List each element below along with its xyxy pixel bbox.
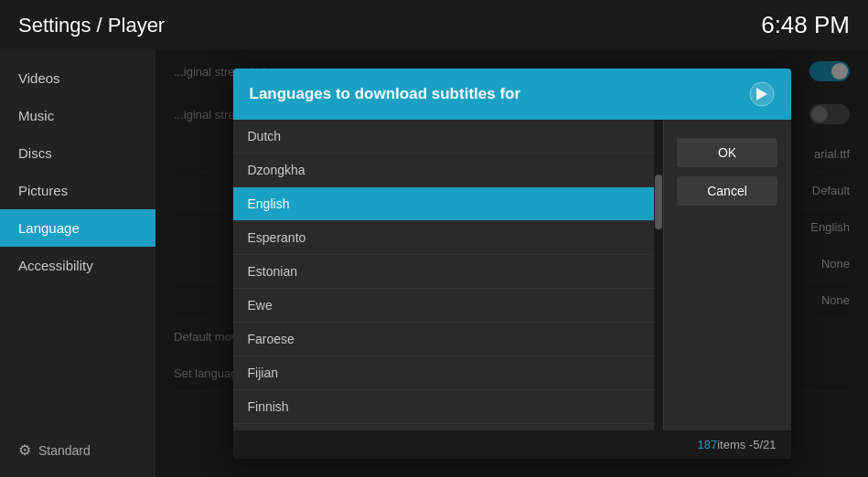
sidebar-item-discs[interactable]: Discs	[0, 134, 155, 172]
dialog-footer: 187 items - 5/21	[233, 430, 791, 459]
clock: 6:48 PM	[761, 11, 850, 39]
list-item-dutch[interactable]: Dutch	[233, 120, 654, 154]
list-item-finnish[interactable]: Finnish	[233, 390, 654, 424]
dialog-header: Languages to download subtitles for	[233, 69, 791, 120]
dialog-body: Dutch Dzongkha English Esperanto Estonia…	[233, 120, 791, 430]
cancel-button[interactable]: Cancel	[677, 176, 777, 206]
list-scrollbar[interactable]	[654, 120, 663, 430]
list-item-fijian[interactable]: Fijian	[233, 356, 654, 390]
list-item-ewe[interactable]: Ewe	[233, 289, 654, 323]
sidebar-item-pictures[interactable]: Pictures	[0, 172, 155, 209]
main-layout: Videos Music Discs Pictures Language Acc…	[0, 50, 868, 477]
items-count: 187	[697, 438, 717, 451]
list-item-dzongkha[interactable]: Dzongkha	[233, 154, 654, 187]
gear-icon: ⚙	[18, 441, 31, 459]
dialog: Languages to download subtitles for Dutc…	[233, 69, 791, 459]
list-item-english[interactable]: English	[233, 187, 654, 221]
content-area: ...iginal stream's language ...iginal st…	[155, 50, 868, 477]
dialog-title: Languages to download subtitles for	[250, 85, 521, 103]
page-title: Settings / Player	[18, 14, 165, 37]
dialog-actions: OK Cancel	[663, 120, 791, 430]
items-count-label: items -	[717, 438, 753, 451]
list-item-esperanto[interactable]: Esperanto	[233, 221, 654, 255]
sidebar-bottom: ⚙ Standard	[0, 432, 155, 468]
standard-label: Standard	[38, 443, 91, 458]
sidebar-item-accessibility[interactable]: Accessibility	[0, 247, 155, 284]
sidebar-item-videos[interactable]: Videos	[0, 59, 155, 97]
scrollbar-thumb	[655, 175, 662, 229]
list-item-faroese[interactable]: Faroese	[233, 323, 654, 356]
language-list[interactable]: Dutch Dzongkha English Esperanto Estonia…	[233, 120, 654, 430]
list-item-estonian[interactable]: Estonian	[233, 255, 654, 289]
ok-button[interactable]: OK	[677, 138, 777, 167]
header: Settings / Player 6:48 PM	[0, 0, 868, 50]
dialog-overlay: Languages to download subtitles for Dutc…	[155, 50, 868, 477]
kodi-logo-icon	[749, 81, 775, 107]
page-indicator: 5/21	[753, 438, 776, 451]
sidebar-item-music[interactable]: Music	[0, 97, 155, 134]
sidebar: Videos Music Discs Pictures Language Acc…	[0, 50, 155, 477]
sidebar-item-language[interactable]: Language	[0, 209, 155, 247]
